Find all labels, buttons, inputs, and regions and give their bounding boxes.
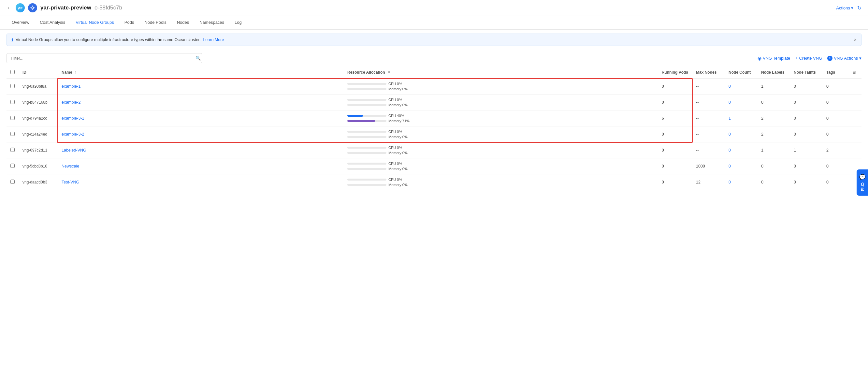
row-actions-cell bbox=[848, 111, 862, 126]
cpu-label: CPU 0% bbox=[389, 146, 402, 150]
node-count-link[interactable]: 0 bbox=[728, 132, 731, 136]
row-node-taints: 0 bbox=[790, 158, 823, 174]
col-header-name[interactable]: Name ↑ bbox=[58, 66, 343, 79]
row-checkbox-cell bbox=[6, 94, 19, 111]
table-row: vng-d794a2cc example-3-1 CPU 40% Memory … bbox=[6, 111, 862, 126]
row-resource: CPU 0% Memory 0% bbox=[343, 143, 658, 158]
row-running-pods: 6 bbox=[658, 111, 692, 126]
node-count-link[interactable]: 1 bbox=[728, 116, 731, 121]
toolbar-right: ◉ VNG Template + Create VNG ℹ VNG Action… bbox=[757, 56, 862, 61]
vng-name-link[interactable]: example-3-2 bbox=[62, 132, 84, 136]
node-count-link[interactable]: 0 bbox=[728, 100, 731, 104]
learn-more-link[interactable]: Learn More bbox=[203, 37, 224, 42]
row-id: vng-5cbd8b10 bbox=[19, 158, 58, 174]
row-checkbox-cell bbox=[6, 158, 19, 174]
row-max-nodes: -- bbox=[692, 111, 725, 126]
node-count-link[interactable]: 0 bbox=[728, 148, 731, 153]
nav-tabs: Overview Cost Analysis Virtual Node Grou… bbox=[0, 16, 868, 30]
row-tags: 0 bbox=[823, 94, 848, 111]
refresh-button[interactable]: ↻ bbox=[857, 5, 862, 11]
row-node-taints: 0 bbox=[790, 174, 823, 190]
resource-menu-icon[interactable]: ≡ bbox=[388, 70, 390, 74]
tab-namespaces[interactable]: Namespaces bbox=[194, 16, 229, 29]
cpu-bar-container bbox=[347, 179, 386, 181]
row-node-count: 1 bbox=[725, 111, 757, 126]
row-id: vng-c14a24ed bbox=[19, 126, 58, 143]
cpu-bar-container bbox=[347, 131, 386, 133]
row-checkbox[interactable] bbox=[10, 148, 15, 152]
row-node-taints: 0 bbox=[790, 79, 823, 94]
row-running-pods: 0 bbox=[658, 126, 692, 143]
vng-name-link[interactable]: example-2 bbox=[62, 100, 81, 104]
search-icon[interactable]: 🔍 bbox=[195, 56, 201, 61]
memory-bar-container bbox=[347, 184, 386, 186]
row-checkbox[interactable] bbox=[10, 132, 15, 136]
select-all-checkbox-header[interactable] bbox=[6, 66, 19, 79]
row-name: Test-VNG bbox=[58, 174, 343, 190]
create-vng-button[interactable]: + Create VNG bbox=[795, 56, 822, 61]
memory-bar-container bbox=[347, 168, 386, 170]
row-id: vng-0a90bf8a bbox=[19, 79, 58, 94]
info-banner: ℹ Virtual Node Groups allow you to confi… bbox=[6, 34, 862, 46]
node-count-link[interactable]: 0 bbox=[728, 164, 731, 169]
row-name: example-3-1 bbox=[58, 111, 343, 126]
vng-name-link[interactable]: Newscale bbox=[62, 164, 79, 169]
cpu-label: CPU 40% bbox=[389, 114, 404, 118]
memory-bar-container bbox=[347, 88, 386, 90]
memory-label: Memory 0% bbox=[389, 87, 408, 91]
table-row: vng-daacd0b3 Test-VNG CPU 0% Memory 0% bbox=[6, 174, 862, 190]
row-name: example-1 bbox=[58, 79, 343, 94]
eye-icon: ◉ bbox=[757, 56, 762, 61]
chat-icon: 💬 bbox=[859, 174, 865, 181]
table-row: vng-b847168b example-2 CPU 0% Memory 0% bbox=[6, 94, 862, 111]
row-checkbox[interactable] bbox=[10, 180, 15, 184]
vng-name-link[interactable]: Labeled-VNG bbox=[62, 148, 86, 153]
row-actions-cell bbox=[848, 126, 862, 143]
tab-overview[interactable]: Overview bbox=[6, 16, 34, 29]
tab-virtual-node-groups[interactable]: Virtual Node Groups bbox=[70, 16, 119, 29]
row-checkbox[interactable] bbox=[10, 116, 15, 120]
row-checkbox[interactable] bbox=[10, 84, 15, 88]
row-node-count: 0 bbox=[725, 94, 757, 111]
vng-name-link[interactable]: example-1 bbox=[62, 84, 81, 89]
chat-widget[interactable]: 💬 Chat bbox=[857, 170, 868, 190]
vng-template-button[interactable]: ◉ VNG Template bbox=[757, 56, 790, 61]
cols-adjust-header[interactable]: ⊞ bbox=[848, 66, 862, 79]
select-all-checkbox[interactable] bbox=[10, 70, 15, 74]
memory-label: Memory 0% bbox=[389, 167, 408, 171]
col-header-node-labels: Node Labels bbox=[757, 66, 790, 79]
tab-nodes[interactable]: Nodes bbox=[172, 16, 194, 29]
node-count-link[interactable]: 0 bbox=[728, 84, 731, 89]
vng-name-link[interactable]: Test-VNG bbox=[62, 180, 79, 184]
row-checkbox-cell bbox=[6, 111, 19, 126]
cpu-label: CPU 0% bbox=[389, 98, 402, 102]
vng-actions-button[interactable]: ℹ VNG Actions ▾ bbox=[827, 56, 862, 61]
col-header-tags: Tags bbox=[823, 66, 848, 79]
row-node-taints: 0 bbox=[790, 94, 823, 111]
row-node-labels: 1 bbox=[757, 79, 790, 94]
cpu-label: CPU 0% bbox=[389, 130, 402, 133]
info-icon: ℹ bbox=[11, 37, 13, 42]
cpu-label: CPU 0% bbox=[389, 82, 402, 86]
tab-cost-analysis[interactable]: Cost Analysis bbox=[34, 16, 70, 29]
cpu-bar-container bbox=[347, 83, 386, 85]
close-banner-button[interactable]: × bbox=[854, 37, 857, 42]
tab-pods[interactable]: Pods bbox=[119, 16, 140, 29]
row-tags: 0 bbox=[823, 126, 848, 143]
node-count-link[interactable]: 0 bbox=[728, 180, 731, 184]
row-tags: 0 bbox=[823, 111, 848, 126]
back-button[interactable]: ← bbox=[6, 5, 12, 11]
row-checkbox[interactable] bbox=[10, 163, 15, 168]
row-node-count: 0 bbox=[725, 174, 757, 190]
row-checkbox[interactable] bbox=[10, 100, 15, 104]
actions-button[interactable]: Actions ▾ bbox=[836, 5, 853, 10]
row-resource: CPU 0% Memory 0% bbox=[343, 79, 658, 94]
table-row: vng-5cbd8b10 Newscale CPU 0% Memory 0% bbox=[6, 158, 862, 174]
tab-log[interactable]: Log bbox=[229, 16, 247, 29]
filter-input[interactable] bbox=[6, 53, 202, 63]
tab-node-pools[interactable]: Node Pools bbox=[139, 16, 172, 29]
row-actions-cell bbox=[848, 143, 862, 158]
cpu-label: CPU 0% bbox=[389, 162, 402, 165]
name-sort-icon: ↑ bbox=[74, 70, 76, 74]
vng-name-link[interactable]: example-3-1 bbox=[62, 116, 84, 121]
